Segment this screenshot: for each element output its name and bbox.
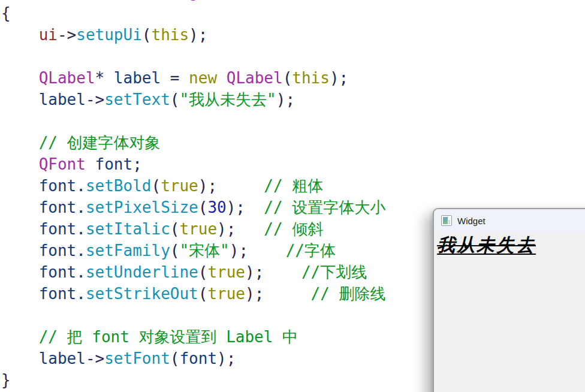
- widget-window[interactable]: Widget 我从未失去: [433, 208, 585, 392]
- code-line: font.setItalic(true); // 倾斜: [1, 218, 386, 240]
- code-token-string: "我从未失去": [179, 91, 276, 108]
- code-line: [1, 110, 386, 132]
- code-token-punct: [1, 134, 39, 152]
- code-token-punct: {: [1, 4, 11, 22]
- code-token-local: font: [39, 242, 77, 260]
- code-token-number: 30: [207, 198, 226, 216]
- code-token-punct: (: [198, 263, 208, 281]
- code-token-punct: =: [161, 69, 189, 87]
- code-token-punct: [1, 26, 39, 44]
- code-token-punct: );: [330, 69, 348, 87]
- code-token-punct: (: [142, 26, 152, 44]
- code-token-local: font: [39, 198, 77, 216]
- code-line: // 把 font 对象设置到 Label 中: [1, 326, 386, 348]
- code-token-keyword: this: [292, 69, 330, 87]
- code-token-field: ui: [58, 0, 76, 1]
- widget-window-titlebar[interactable]: Widget: [434, 209, 585, 232]
- code-content[interactable]: , ui(new Ui::Widget){ ui->setupUi(this);…: [1, 0, 386, 391]
- code-token-punct: );: [198, 177, 264, 195]
- code-token-punct: [1, 220, 39, 238]
- code-token-punct: ->: [58, 26, 76, 44]
- code-token-punct: [1, 155, 39, 173]
- code-token-punct: (: [170, 349, 180, 367]
- code-token-comment: //字体: [286, 242, 336, 260]
- code-token-punct: ): [217, 0, 227, 1]
- code-token-punct: (: [170, 91, 180, 108]
- code-token-punct: (: [198, 285, 208, 303]
- code-token-func: setText: [104, 91, 170, 108]
- code-token-punct: *: [95, 69, 114, 87]
- code-token-punct: [1, 263, 39, 281]
- code-token-keyword: true: [207, 285, 245, 303]
- code-token-punct: .: [76, 263, 86, 281]
- code-token-local: font: [179, 349, 217, 367]
- code-token-punct: (: [170, 242, 180, 260]
- styled-label: 我从未失去: [437, 233, 536, 258]
- widget-window-body: 我从未失去: [434, 232, 585, 392]
- code-token-punct: );: [276, 91, 295, 108]
- code-token-local: font: [39, 177, 77, 195]
- code-token-punct: [1, 69, 39, 87]
- code-token-comment: // 删除线: [311, 285, 386, 303]
- code-token-punct: ;: [132, 155, 142, 173]
- code-token-func: setPixelSize: [86, 198, 198, 216]
- code-token-func: setStrikeOut: [86, 285, 198, 303]
- code-token-punct: .: [76, 198, 86, 216]
- code-line: QLabel* label = new QLabel(this);: [1, 67, 386, 89]
- code-token-punct: .: [76, 242, 86, 260]
- code-token-local: label: [114, 69, 161, 87]
- code-token-func: setItalic: [86, 220, 170, 238]
- code-line: font.setPixelSize(30); // 设置字体大小: [1, 197, 386, 218]
- code-token-punct: );: [217, 349, 236, 367]
- code-token-func: setUnderline: [86, 263, 198, 281]
- code-line: QFont font;: [1, 153, 386, 175]
- code-token-punct: [1, 177, 39, 195]
- code-token-punct: .: [76, 220, 86, 238]
- code-token-local: font: [39, 263, 77, 281]
- code-token-local: font: [39, 220, 77, 238]
- code-token-keyword: new: [189, 69, 227, 87]
- code-token-punct: (: [283, 69, 292, 87]
- code-token-punct: [1, 91, 39, 108]
- code-token-local: font: [39, 285, 77, 303]
- code-line: }: [1, 369, 386, 391]
- qt-window-icon: [441, 215, 452, 226]
- code-token-punct: (: [76, 0, 86, 1]
- code-token-keyword: true: [161, 177, 198, 195]
- code-token-punct: );: [245, 285, 311, 303]
- code-token-punct: (: [170, 220, 180, 238]
- code-token-func: setBold: [86, 177, 152, 195]
- code-line: font.setFamily("宋体"); //字体: [1, 240, 386, 261]
- code-token-type: Ui::Widget: [123, 0, 218, 1]
- code-token-punct: [1, 349, 39, 367]
- code-line: label->setText("我从未失去");: [1, 89, 386, 110]
- code-token-comment: // 粗体: [264, 177, 323, 195]
- code-token-local: label: [39, 349, 86, 367]
- code-token-punct: ->: [86, 91, 104, 108]
- code-line: font.setUnderline(true); //下划线: [1, 261, 386, 283]
- code-token-func: setFamily: [86, 242, 170, 260]
- code-token-punct: }: [1, 371, 11, 389]
- code-token-type: QFont: [39, 155, 86, 173]
- code-token-field: ui: [39, 26, 58, 44]
- code-token-type: QLabel: [39, 69, 95, 87]
- code-token-punct: [1, 285, 39, 303]
- code-token-punct: [1, 328, 39, 346]
- code-token-keyword: new: [86, 0, 123, 1]
- code-token-keyword: this: [151, 26, 189, 44]
- code-line: ui->setupUi(this);: [1, 24, 386, 46]
- code-token-punct: );: [245, 263, 301, 281]
- code-token-punct: [1, 242, 39, 260]
- code-token-punct: );: [227, 198, 264, 216]
- code-token-punct: (: [198, 198, 208, 216]
- code-line: // 创建字体对象: [1, 132, 386, 153]
- code-token-local: font: [95, 155, 133, 173]
- code-token-keyword: true: [179, 220, 217, 238]
- code-token-punct: (: [151, 177, 161, 195]
- code-token-punct: [86, 155, 95, 173]
- code-line: [1, 46, 386, 67]
- code-token-comment: // 创建字体对象: [39, 134, 161, 152]
- widget-window-title: Widget: [457, 216, 486, 226]
- code-line: font.setStrikeOut(true); // 删除线: [1, 283, 386, 304]
- code-token-comment: // 倾斜: [264, 220, 323, 238]
